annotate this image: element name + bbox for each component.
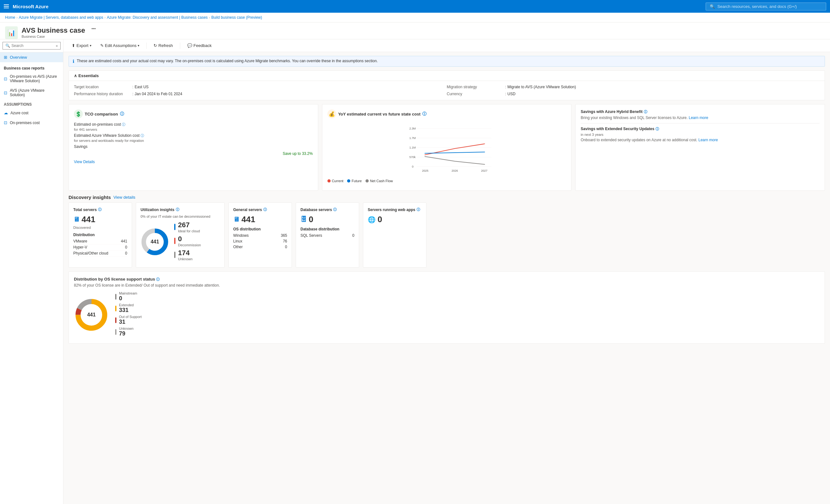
general-servers-info[interactable]: ⓘ	[263, 207, 267, 212]
windows-value: 365	[281, 233, 287, 238]
page-title-area: AVS business case Business Case	[22, 26, 85, 38]
utilization-donut-label: 441	[151, 239, 159, 245]
hybrid-info-icon[interactable]: ⓘ	[644, 110, 647, 114]
utilization-content: 441 267 Ideal for cloud	[140, 221, 220, 263]
utilization-card: Utilization insights ⓘ 0% of your IT est…	[136, 202, 225, 267]
sidebar-item-on-premises-avs[interactable]: ⊡ On-premises vs AVS (Azure VMware Solut…	[0, 72, 63, 86]
sidebar-search-input[interactable]	[11, 43, 55, 48]
tco-on-premises-row: Estimated on-premises cost ⓘ for 441 ser…	[74, 122, 313, 131]
sidebar-item-overview[interactable]: ⊞ Overview	[0, 52, 63, 62]
extended-learn-more-link[interactable]: Learn more	[698, 138, 718, 142]
os-license-info[interactable]: ⓘ	[156, 277, 160, 281]
extended-security-title: Savings with Extended Security Updates ⓘ	[581, 127, 820, 131]
sidebar-item-avs[interactable]: ⊡ AVS (Azure VMware Solution)	[0, 86, 63, 100]
refresh-label: Refresh	[158, 43, 173, 48]
refresh-icon: ↻	[154, 43, 157, 48]
os-license-donut: 441	[74, 297, 109, 332]
top-card-grid: 💲 TCO comparison ⓘ Estimated on-premises…	[68, 104, 825, 191]
tco-avs-info[interactable]: ⓘ	[140, 134, 144, 137]
legend-future: Future	[347, 179, 362, 183]
refresh-button[interactable]: ↻ Refresh	[150, 42, 176, 49]
breadcrumb-discovery[interactable]: Azure Migrate: Discovery and assessment …	[107, 15, 208, 20]
breadcrumb-migrate[interactable]: Azure Migrate | Servers, databases and w…	[19, 15, 103, 20]
database-servers-title: Database servers ⓘ	[300, 207, 354, 212]
export-button[interactable]: ⬆ Export ▾	[68, 42, 95, 49]
physical-row: Physical/Other cloud 0	[73, 250, 127, 256]
tco-on-premises-info[interactable]: ⓘ	[122, 123, 125, 126]
global-search-bar[interactable]: 🔍	[706, 3, 826, 10]
utilization-title: Utilization insights ⓘ	[140, 207, 220, 212]
os-license-grid: 441 Mainstream 0	[74, 291, 820, 338]
sidebar-assumptions-title: Assumptions	[0, 100, 63, 108]
yoy-chart-svg: 2.3M 1.7M 1.1M 570k 0	[327, 125, 566, 176]
essentials-section: ∧ Essentials Target location : East US M…	[68, 70, 825, 100]
global-search-input[interactable]	[717, 4, 822, 9]
legend-current: Current	[327, 179, 344, 183]
util-ideal-info: 267 Ideal for cloud	[178, 221, 200, 233]
svg-text:1.7M: 1.7M	[409, 136, 416, 140]
breadcrumb-sep-3: ›	[209, 16, 210, 19]
breadcrumb-home[interactable]: Home	[5, 15, 15, 20]
web-apps-info[interactable]: ⓘ	[417, 207, 420, 212]
essentials-body: Target location : East US Migration stra…	[69, 81, 825, 100]
sidebar-item-azure-cost[interactable]: ☁ Azure cost	[0, 108, 63, 118]
total-servers-sub: Discovered	[73, 226, 127, 229]
legend-net-cash-flow-label: Net Cash Flow	[370, 179, 393, 183]
breadcrumb-build[interactable]: Build business case (Preview)	[211, 15, 262, 20]
legend-net-cash-flow-dot	[365, 179, 369, 183]
other-os-row: Other 0	[233, 244, 287, 250]
view-details-link[interactable]: View Details	[74, 160, 95, 164]
breadcrumb: Home › Azure Migrate | Servers, database…	[0, 13, 830, 23]
yoy-info-icon[interactable]: ⓘ	[422, 111, 426, 117]
database-servers-count: 🗄 0	[300, 215, 354, 224]
toolbar-separator-2	[180, 42, 180, 49]
hybrid-learn-more-link[interactable]: Learn more	[689, 116, 708, 120]
sidebar-search-inner[interactable]: 🔍 «	[3, 42, 61, 50]
target-location-label: Target location	[74, 85, 131, 89]
discovery-grid: Total servers ⓘ 🖥 441 Discovered Distrib…	[68, 202, 825, 267]
util-ideal-label: Ideal for cloud	[178, 229, 200, 233]
overview-icon: ⊞	[4, 55, 7, 60]
sidebar-on-premises-cost-label: On-premises cost	[10, 121, 40, 125]
extended-info-icon[interactable]: ⓘ	[656, 127, 659, 131]
info-bar: ℹ These are estimated costs and your act…	[68, 56, 825, 67]
general-servers-count: 🖥 441	[233, 215, 287, 224]
breadcrumb-sep-2: ›	[104, 16, 105, 19]
feedback-button[interactable]: 💬 Feedback	[184, 42, 215, 49]
tco-savings-value: Save up to 33.2%	[74, 151, 313, 156]
utilization-sub: 0% of your IT estate can be decommission…	[140, 215, 220, 218]
linux-value: 76	[283, 239, 287, 244]
database-distribution: Database distribution SQL Servers 0	[300, 227, 354, 238]
legend-current-label: Current	[332, 179, 344, 183]
database-servers-info[interactable]: ⓘ	[333, 207, 337, 212]
tco-info-icon[interactable]: ⓘ	[120, 111, 124, 117]
discovery-view-details-link[interactable]: View details	[113, 195, 135, 200]
sql-servers-row: SQL Servers 0	[300, 233, 354, 238]
util-unknown-item: 174 Unknown	[174, 249, 201, 261]
general-servers-card: General servers ⓘ 🖥 441 OS distribution …	[228, 202, 292, 267]
utilization-donut: 441	[140, 227, 169, 256]
os-license-title: Distribution by OS license support statu…	[74, 277, 820, 282]
web-apps-icon: 🌐	[368, 216, 376, 223]
svg-text:2025: 2025	[422, 169, 428, 172]
essentials-collapse-icon[interactable]: ∧	[74, 73, 77, 78]
page-more-icon[interactable]: •••	[91, 26, 96, 31]
sidebar-collapse-icon[interactable]: «	[56, 44, 58, 48]
physical-label: Physical/Other cloud	[73, 251, 108, 255]
essentials-header[interactable]: ∧ Essentials	[69, 71, 825, 81]
export-label: Export	[76, 43, 89, 48]
extended-sub: in next 3 years	[581, 133, 820, 136]
edit-assumptions-button[interactable]: ✎ Edit Assumptions ▾	[97, 42, 143, 49]
hamburger-menu[interactable]	[4, 4, 9, 8]
app-title: Microsoft Azure	[13, 4, 49, 9]
total-servers-info[interactable]: ⓘ	[98, 207, 101, 212]
tco-avs-label: Estimated Azure VMware Solution cost ⓘ	[74, 133, 313, 138]
sidebar-item-on-premises-cost[interactable]: ⊡ On-premises cost	[0, 118, 63, 128]
breadcrumb-sep-1: ›	[17, 16, 18, 19]
page-subtitle: Business Case	[22, 35, 85, 38]
os-license-sub: 82% of your OS license are in Extended/ …	[74, 283, 820, 288]
utilization-info[interactable]: ⓘ	[176, 207, 179, 212]
os-license-right	[174, 291, 820, 338]
svg-text:2027: 2027	[481, 169, 487, 172]
sidebar-search-area[interactable]: 🔍 «	[0, 39, 63, 52]
